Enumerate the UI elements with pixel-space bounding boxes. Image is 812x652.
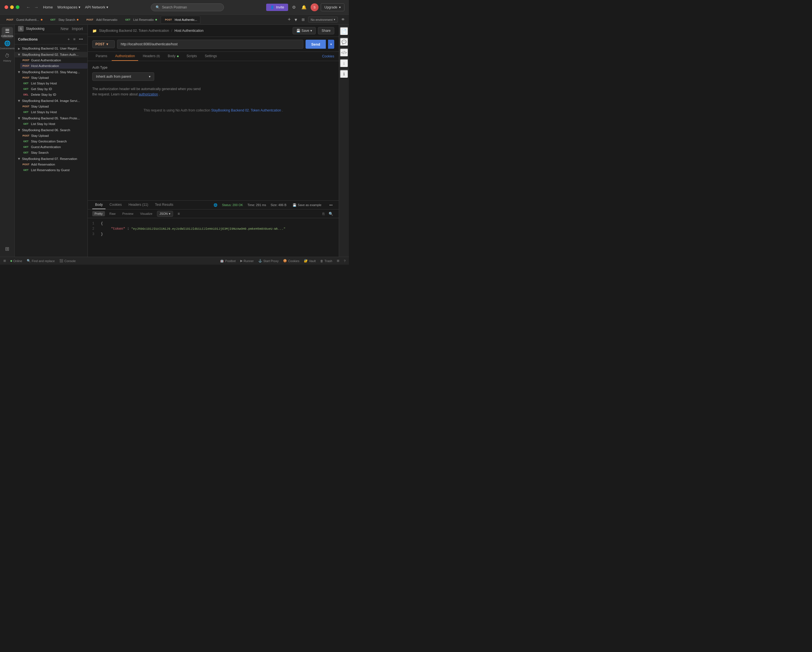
grid-button[interactable]: ⊞ (337, 259, 339, 263)
add-collection-button[interactable]: + (66, 36, 71, 42)
view-raw-button[interactable]: Raw (107, 211, 118, 216)
list-item[interactable]: GET Guest Authentication (20, 144, 87, 150)
cookies-link[interactable]: Cookies (322, 54, 334, 58)
share-button[interactable]: Share (318, 27, 334, 34)
collection-header-3[interactable]: ▶ StayBooking Backend 03. Stay Manag... (15, 69, 87, 75)
comments-button[interactable]: 💬 (340, 38, 348, 46)
tab-list-reservation[interactable]: GET List Reservatio (121, 16, 160, 24)
format-selector[interactable]: JSON ▾ (157, 211, 173, 217)
send-button[interactable]: Send (305, 40, 326, 49)
tab-host-auth[interactable]: POST Host Authentic... (161, 16, 200, 24)
postbot-button[interactable]: 🤖 Postbot (220, 259, 235, 263)
list-item[interactable]: GET Stay Geolocation Search (20, 139, 87, 144)
home-link[interactable]: Home (43, 5, 53, 9)
copy-response-button[interactable]: ⎘ (321, 211, 326, 216)
sidebar-more-button[interactable]: ⊞ (2, 243, 13, 254)
method-selector[interactable]: POST ▾ (92, 40, 115, 48)
list-item[interactable]: GET Stay Search (20, 150, 87, 155)
resize-button[interactable]: ↕ (340, 59, 348, 67)
save-button[interactable]: 💾 Save ▾ (293, 27, 316, 34)
resp-tab-test-results[interactable]: Test Results (152, 201, 176, 209)
import-button[interactable]: Import (71, 26, 84, 32)
info-button[interactable]: ℹ (340, 70, 348, 78)
runner-button[interactable]: ▶ Runner (240, 259, 254, 263)
tab-settings[interactable]: Settings (201, 52, 220, 61)
view-preview-button[interactable]: Preview (120, 211, 136, 216)
api-network-link[interactable]: API Network ▾ (85, 5, 108, 9)
avatar[interactable]: S (311, 3, 319, 11)
wrap-lines-button[interactable]: ≡ (175, 211, 182, 217)
cookies-bottom-button[interactable]: 🍪 Cookies (283, 259, 299, 263)
tab-headers[interactable]: Headers (8) (139, 52, 163, 61)
sidebar-environments-button[interactable]: 🌐 Environments (2, 40, 13, 51)
console-button[interactable]: ⬛ Console (60, 259, 76, 263)
auth-note-collection-link[interactable]: StayBooking Backend 02. Token Authentcat… (211, 109, 281, 112)
list-item[interactable]: POST Guest Authentication (20, 57, 87, 63)
list-item[interactable]: GET List Reservations by Guest (20, 167, 87, 173)
maximize-button[interactable] (16, 5, 20, 9)
settings-button[interactable]: ⚙ (290, 4, 298, 11)
workspaces-link[interactable]: Workspaces ▾ (57, 5, 81, 9)
collection-header-7[interactable]: ▶ StayBooking Backend 07. Reservation (15, 156, 87, 162)
code-button[interactable]: </> (340, 48, 348, 57)
search-box[interactable]: 🔍 Search Postman (151, 3, 224, 11)
tab-stay-search[interactable]: GET Stay Search (46, 16, 82, 24)
tab-body[interactable]: Body (164, 52, 182, 61)
resp-tab-cookies[interactable]: Cookies (107, 201, 124, 209)
breadcrumb-collection[interactable]: StayBooking Backend 02. Token Authentcat… (99, 29, 169, 33)
list-item[interactable]: GET List Stay by Host (20, 121, 87, 127)
list-item[interactable]: POST Stay Upload (20, 104, 87, 109)
sort-collections-button[interactable]: ≡ (72, 36, 76, 42)
send-dropdown-button[interactable]: ▾ (328, 40, 334, 49)
collection-header-2[interactable]: ▶ StayBooking Backend 02. Token Auth... (15, 52, 87, 57)
upgrade-button[interactable]: Upgrade ▾ (321, 3, 344, 11)
list-item[interactable]: POST Host Authentication (20, 63, 87, 69)
tab-authorization[interactable]: Authorization (112, 52, 138, 61)
sidebar-history-button[interactable]: ⏱ History (2, 52, 13, 63)
list-item[interactable]: GET List Stays by Host (20, 81, 87, 86)
minimize-button[interactable] (10, 5, 14, 9)
collection-header-6[interactable]: ▶ StayBooking Backend 06. Search (15, 127, 87, 133)
env-settings-button[interactable]: 👁 (340, 16, 346, 23)
start-proxy-button[interactable]: ⚓ Start Proxy (258, 259, 279, 263)
view-pretty-button[interactable]: Pretty (92, 211, 105, 216)
view-visualize-button[interactable]: Visualize (138, 211, 155, 216)
auth-type-dropdown[interactable]: Inherit auth from parent ▾ (92, 72, 154, 81)
help-button[interactable]: ? (344, 259, 345, 263)
new-tab-button[interactable]: + (287, 17, 292, 23)
close-button[interactable] (5, 5, 8, 9)
more-collections-button[interactable]: ••• (78, 36, 84, 42)
list-item[interactable]: GET Get Stay by ID (20, 86, 87, 92)
collection-header-1[interactable]: ▶ StayBooking Backend 01. User Regist... (15, 46, 87, 51)
list-item[interactable]: DEL Delete Stay by ID (20, 92, 87, 97)
layout-icon[interactable]: ⊞ (300, 16, 307, 23)
trash-button[interactable]: 🗑 Trash (320, 259, 332, 263)
list-item[interactable]: POST Add Reservation (20, 162, 87, 167)
tab-overflow-button[interactable]: ▾ (293, 17, 298, 23)
nav-forward-button[interactable]: → (33, 4, 40, 11)
url-input[interactable] (117, 40, 303, 49)
environment-selector[interactable]: No environment ▾ (308, 17, 338, 23)
notifications-button[interactable]: 🔔 (300, 4, 308, 11)
docs-button[interactable]: 📄 (340, 27, 348, 35)
collection-header-5[interactable]: ▶ StayBooking Backend 05. Token Prote... (15, 115, 87, 121)
layout-bottom-button[interactable]: ⊞ (3, 259, 6, 263)
response-more-button[interactable]: ••• (328, 202, 334, 208)
collection-header-4[interactable]: ▶ StayBooking Backend 04. Image Servi... (15, 98, 87, 104)
sidebar-collections-button[interactable]: ☰ Collections (2, 27, 13, 38)
tab-guest-auth[interactable]: POST Guest Authenti... (2, 16, 46, 24)
resp-tab-body[interactable]: Body (92, 201, 105, 209)
tab-add-reservation[interactable]: POST Add Reservatio (82, 16, 121, 24)
nav-back-button[interactable]: ← (25, 4, 32, 11)
invite-button[interactable]: 👤 Invite (266, 4, 288, 11)
list-item[interactable]: POST Stay Upload (20, 75, 87, 81)
search-response-button[interactable]: 🔍 (328, 211, 334, 216)
tab-params[interactable]: Params (92, 52, 111, 61)
authorization-link[interactable]: authorization (139, 92, 158, 96)
new-collection-button[interactable]: New (60, 26, 70, 32)
list-item[interactable]: POST Stay Upload (20, 133, 87, 139)
tab-scripts[interactable]: Scripts (183, 52, 200, 61)
vault-button[interactable]: 🔐 Vault (304, 259, 316, 263)
save-example-button[interactable]: 💾 Save as example (291, 202, 323, 208)
resp-tab-headers[interactable]: Headers (11) (126, 201, 151, 209)
